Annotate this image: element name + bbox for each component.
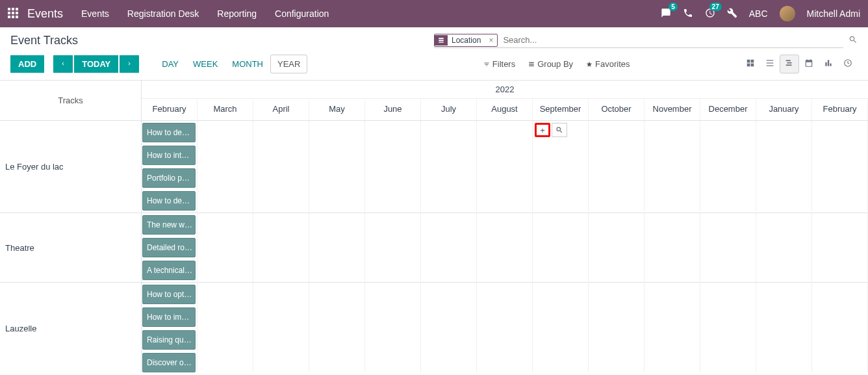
- gantt-cell[interactable]: [700, 213, 756, 283]
- groupby-dropdown[interactable]: Group By: [528, 59, 573, 69]
- cell-add-icon[interactable]: +: [535, 123, 550, 137]
- gantt-pill[interactable]: Discover o…: [142, 353, 196, 372]
- gantt-pill[interactable]: How to opt…: [142, 285, 196, 304]
- calendar-view-icon[interactable]: [799, 55, 819, 73]
- facet-remove-icon[interactable]: ×: [485, 34, 497, 46]
- gantt-cell[interactable]: [309, 121, 365, 213]
- gantt-cell[interactable]: [421, 213, 477, 283]
- gantt-pill[interactable]: Detailed ro…: [142, 238, 196, 257]
- gantt-pill[interactable]: Raising qu…: [142, 330, 196, 350]
- gantt-cell[interactable]: [253, 213, 309, 283]
- today-button[interactable]: TODAY: [74, 55, 118, 73]
- gantt-row-label: Lauzelle: [0, 283, 141, 372]
- debug-icon[interactable]: [727, 8, 737, 20]
- activities-badge: 27: [709, 3, 722, 11]
- gantt-cell[interactable]: How to opt…How to im…Raising qu…Discover…: [142, 283, 198, 372]
- gantt-view-icon[interactable]: [780, 55, 799, 73]
- activities-icon[interactable]: 27: [705, 8, 715, 20]
- gantt-cell[interactable]: [198, 283, 253, 372]
- gantt-cell[interactable]: [812, 121, 868, 213]
- gantt-cell[interactable]: [812, 283, 868, 372]
- gantt-cell[interactable]: [645, 121, 700, 213]
- gantt-cell[interactable]: [309, 213, 365, 283]
- gantt-pill[interactable]: Portfolio p…: [142, 168, 196, 188]
- gantt-cell[interactable]: [533, 213, 589, 283]
- add-button[interactable]: ADD: [10, 55, 44, 73]
- kanban-view-icon[interactable]: [741, 55, 760, 73]
- list-view-icon[interactable]: [760, 55, 780, 73]
- menu-configuration[interactable]: Configuration: [275, 8, 329, 19]
- gantt-pill[interactable]: How to im…: [142, 307, 196, 327]
- svg-rect-7: [751, 60, 754, 63]
- svg-rect-6: [747, 60, 750, 63]
- gantt-cell[interactable]: [477, 283, 533, 372]
- gantt-cell[interactable]: [812, 213, 868, 283]
- menu-registration-desk[interactable]: Registration Desk: [127, 8, 199, 19]
- next-button[interactable]: [120, 55, 139, 73]
- gantt-cell[interactable]: [589, 213, 645, 283]
- gantt-cell[interactable]: [645, 213, 700, 283]
- gantt-cell[interactable]: +: [533, 121, 589, 213]
- gantt-row-label: Le Foyer du lac: [0, 121, 141, 213]
- search-icon[interactable]: [849, 35, 858, 46]
- search-bar[interactable]: Location ×: [434, 32, 843, 48]
- gantt-cell[interactable]: [756, 121, 812, 213]
- gantt-cell[interactable]: [700, 283, 756, 372]
- month-header: October: [589, 99, 645, 120]
- gantt-cell[interactable]: [756, 213, 812, 283]
- gantt-cell[interactable]: [477, 121, 533, 213]
- gantt-row: How to opt…How to im…Raising qu…Discover…: [142, 283, 868, 372]
- gantt-cell[interactable]: [589, 121, 645, 213]
- gantt-sidebar: Tracks Le Foyer du lacTheatreLauzelle: [0, 81, 142, 372]
- gantt-cell[interactable]: [756, 283, 812, 372]
- gantt-cell[interactable]: How to de…How to int…Portfolio p…How to …: [142, 121, 198, 213]
- gantt-cell[interactable]: [253, 121, 309, 213]
- groupby-label: Group By: [537, 59, 573, 69]
- gantt-cell[interactable]: [365, 213, 421, 283]
- filters-dropdown[interactable]: Filters: [483, 59, 515, 69]
- gantt-pill[interactable]: How to de…: [142, 191, 196, 211]
- gantt-cell[interactable]: [589, 283, 645, 372]
- menu-reporting[interactable]: Reporting: [217, 8, 257, 19]
- activity-view-icon[interactable]: [838, 55, 858, 73]
- search-input[interactable]: [498, 32, 843, 47]
- gantt-cell[interactable]: [198, 213, 253, 283]
- gantt-pill[interactable]: The new w…: [142, 215, 196, 235]
- search-facet-location: Location ×: [434, 34, 498, 47]
- gantt-cell[interactable]: [645, 283, 700, 372]
- gantt-cell[interactable]: [253, 283, 309, 372]
- cell-zoom-icon[interactable]: [552, 123, 567, 137]
- gantt-cell[interactable]: [198, 121, 253, 213]
- gantt-cell[interactable]: [421, 121, 477, 213]
- scale-year[interactable]: YEAR: [270, 55, 307, 73]
- scale-week[interactable]: WEEK: [186, 55, 225, 73]
- scale-month[interactable]: MONTH: [225, 55, 270, 73]
- gantt-pill[interactable]: A technical…: [142, 261, 196, 280]
- gantt-cell[interactable]: The new w…Detailed ro…A technical…: [142, 213, 198, 283]
- gantt-cell[interactable]: [365, 121, 421, 213]
- gantt-cell[interactable]: [477, 213, 533, 283]
- gantt-cell[interactable]: [421, 283, 477, 372]
- month-header: August: [477, 99, 533, 120]
- svg-rect-11: [767, 62, 774, 63]
- month-header: November: [645, 99, 700, 120]
- favorites-dropdown[interactable]: Favorites: [586, 59, 630, 69]
- gantt-pill[interactable]: How to de…: [142, 123, 196, 142]
- gantt-cell[interactable]: [365, 283, 421, 372]
- month-header: June: [365, 99, 421, 120]
- gantt-cell[interactable]: [700, 121, 756, 213]
- gantt-pill[interactable]: How to int…: [142, 146, 196, 165]
- username[interactable]: Mitchell Admi: [807, 8, 860, 19]
- prev-button[interactable]: [53, 55, 73, 73]
- messaging-icon[interactable]: 5: [661, 8, 671, 20]
- menu-events[interactable]: Events: [81, 8, 109, 19]
- scale-day[interactable]: DAY: [155, 55, 186, 73]
- apps-icon[interactable]: [8, 8, 19, 19]
- phone-icon[interactable]: [683, 8, 693, 20]
- gantt-row-label: Theatre: [0, 213, 141, 283]
- gantt-cell[interactable]: [309, 283, 365, 372]
- company-switcher[interactable]: ABC: [749, 8, 768, 19]
- avatar[interactable]: [780, 6, 795, 21]
- graph-view-icon[interactable]: [819, 55, 838, 73]
- gantt-cell[interactable]: [533, 283, 589, 372]
